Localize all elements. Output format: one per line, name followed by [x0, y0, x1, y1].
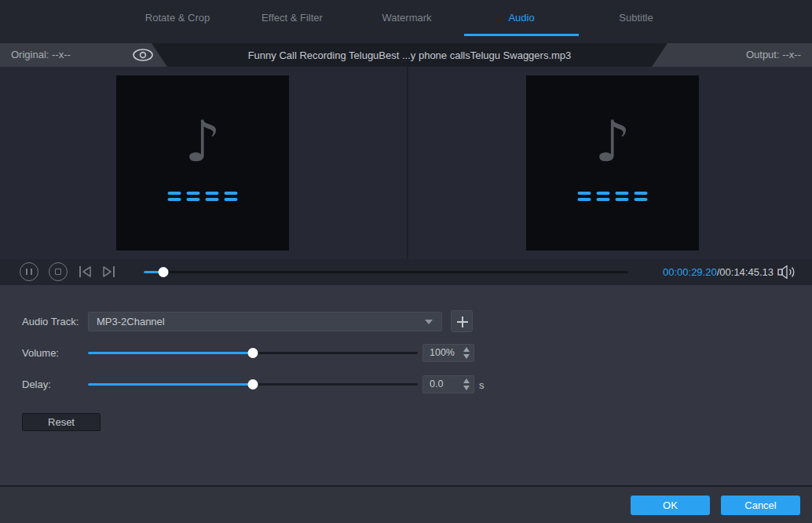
cancel-button[interactable]: Cancel [721, 496, 800, 515]
music-note-icon: ♪ [526, 113, 699, 170]
pane-divider [407, 67, 408, 259]
equalizer-bars-icon [578, 192, 648, 201]
total-time: 00:14:45.13 [719, 266, 774, 278]
speaker-icon[interactable] [777, 265, 796, 280]
skip-previous-button[interactable] [78, 265, 93, 278]
add-audio-track-button[interactable] [451, 310, 473, 332]
plus-icon [462, 316, 463, 327]
original-preview: ♪ [116, 75, 289, 251]
footer-bar: OK Cancel [0, 485, 812, 523]
output-preview: ♪ [526, 75, 699, 251]
tab-subtitle[interactable]: Subtitle [579, 0, 693, 36]
volume-value: 100% [430, 345, 455, 361]
audio-track-select[interactable]: MP3-2Channel [88, 312, 442, 331]
music-note-icon: ♪ [116, 113, 289, 170]
output-resolution-label: Output: --x-- [746, 43, 801, 67]
audio-track-label: Audio Track: [22, 316, 79, 327]
seek-handle[interactable] [158, 267, 168, 277]
delay-label: Delay: [22, 379, 51, 390]
spin-up-icon[interactable] [463, 379, 470, 383]
preview-area: ♪ ♪ [0, 67, 812, 259]
delay-spinner-arrows[interactable] [463, 379, 470, 390]
time-display: 00:00:29.20/00:14:45.13 [663, 259, 774, 285]
eye-icon[interactable] [131, 47, 155, 63]
audio-settings-panel: Audio Track: MP3-2Channel Volume: 100% D… [0, 285, 812, 485]
delay-value: 0.0 [430, 376, 443, 393]
skip-next-button[interactable] [101, 265, 116, 278]
pause-button[interactable] [20, 262, 38, 281]
volume-label: Volume: [22, 347, 59, 359]
stop-icon [55, 269, 61, 275]
chevron-down-icon [425, 320, 433, 324]
spin-up-icon[interactable] [463, 347, 470, 352]
seek-slider[interactable] [144, 271, 628, 273]
tab-list: Rotate & Crop Effect & Filter Watermark … [120, 0, 693, 37]
file-info-strip: Funny Call Recording TeluguBest ...y pho… [0, 43, 812, 67]
tab-audio[interactable]: Audio [464, 0, 579, 36]
volume-handle[interactable] [248, 348, 258, 358]
filename-text: Funny Call Recording TeluguBest ...y pho… [248, 49, 572, 61]
delay-spinner[interactable]: 0.0 [422, 375, 474, 393]
delay-slider[interactable] [88, 383, 418, 386]
original-resolution-label: Original: --x-- [11, 43, 71, 67]
ok-button[interactable]: OK [631, 496, 710, 515]
spin-down-icon[interactable] [463, 354, 470, 359]
delay-unit-label: s [479, 379, 485, 391]
audio-track-value: MP3-2Channel [97, 313, 165, 331]
volume-spinner[interactable]: 100% [422, 344, 474, 362]
volume-slider[interactable] [88, 352, 418, 354]
delay-handle[interactable] [248, 379, 258, 390]
equalizer-bars-icon [168, 192, 238, 201]
spin-down-icon[interactable] [463, 386, 470, 390]
delay-fill [88, 383, 253, 386]
volume-spinner-arrows[interactable] [463, 347, 470, 359]
stop-button[interactable] [49, 262, 68, 281]
pause-icon [26, 269, 32, 275]
tab-effect-filter[interactable]: Effect & Filter [235, 0, 349, 36]
filename-band: Funny Call Recording TeluguBest ...y pho… [152, 43, 668, 67]
volume-fill [88, 352, 253, 354]
tab-watermark[interactable]: Watermark [349, 0, 464, 36]
tab-rotate-crop[interactable]: Rotate & Crop [120, 0, 235, 36]
player-bar: 00:00:29.20/00:14:45.13 [0, 259, 812, 285]
reset-button[interactable]: Reset [22, 413, 101, 431]
edit-tab-bar: Rotate & Crop Effect & Filter Watermark … [0, 0, 812, 43]
current-time: 00:00:29.20 [663, 266, 717, 278]
